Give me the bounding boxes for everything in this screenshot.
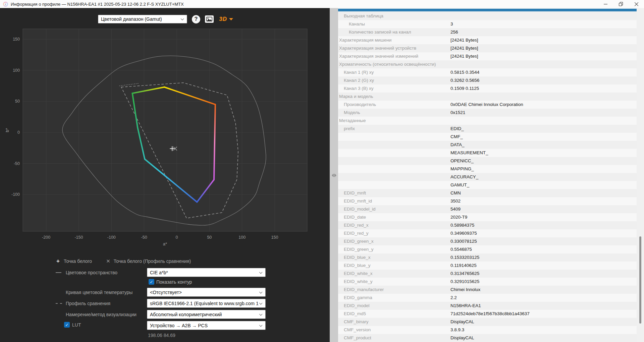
row-value: 0.5815 0.3544 (450, 70, 479, 75)
table-row[interactable]: Характеризация значений устройств[24241 … (338, 44, 637, 52)
lut-value: Устройство → A2B → PCS (150, 323, 208, 328)
table-row[interactable]: EDID_blue_x0.1533203125 (338, 253, 637, 262)
svg-text:150: 150 (271, 235, 278, 240)
lut-checkbox[interactable]: ✓ (64, 322, 70, 328)
row-value: 2020-T9 (450, 215, 467, 220)
row-value: MAPPING_ (450, 166, 474, 171)
row-value: 0.58984375 (450, 223, 474, 228)
table-row[interactable]: Канал 3 (B) xy0.1509 0.1125 (338, 84, 637, 93)
table-row[interactable]: EDID_green_y0.5546875 (338, 245, 637, 253)
row-label: Количество записей на канал (349, 30, 411, 35)
table-row[interactable]: CMF_binaryDisplayCAL (338, 318, 637, 326)
table-row[interactable]: EDID_mnftCMN (338, 189, 637, 197)
svg-text:-200: -200 (42, 235, 50, 240)
table-row[interactable]: Производитель0x0DAE Chimei Innolux Corpo… (338, 101, 637, 109)
row-value: OPENICC_ (450, 158, 474, 163)
status-coordinates: 198.06 84.69 (148, 333, 175, 338)
table-row[interactable]: CMF_ (338, 133, 637, 141)
comparison-profile-label: Профиль сравнения (66, 301, 110, 306)
gamut-plot-panel: -200-150-100-50050100150150100500-50-100… (0, 8, 330, 342)
table-row[interactable]: EDID_modelN156HRA-EA1 (338, 302, 637, 310)
temperature-curve-select[interactable]: <Отсутствует> (147, 288, 266, 297)
table-row[interactable]: DATA_ (338, 141, 637, 149)
selected-row-highlight[interactable] (338, 9, 637, 11)
row-value: 2.2 (450, 295, 457, 300)
comparison-profile-select[interactable]: sRGB IEC61966-2.1 (Equivalent to www.srg… (147, 299, 266, 308)
table-row[interactable]: Канал 1 (R) xy0.5815 0.3544 (338, 68, 637, 76)
row-value: 0.3134765625 (450, 271, 479, 276)
table-row[interactable]: Метаданные (338, 117, 637, 125)
table-row[interactable]: EDID_md571d2524deb78e1f567b38c8bb1a43637 (338, 310, 637, 318)
svg-text:-100: -100 (11, 192, 20, 197)
rendering-intent-select[interactable]: Абсолютный колориметрический (147, 310, 266, 319)
table-row[interactable]: EDID_date2020-T9 (338, 213, 637, 221)
row-label: EDID_model (344, 303, 370, 308)
table-row[interactable]: Хроматичность (относительно освещённости… (338, 60, 637, 68)
colorspace-value: CIE a*b* (150, 270, 168, 275)
row-label: CMF_version (344, 327, 371, 332)
table-row[interactable]: EDID_mnft_id3502 (338, 197, 637, 205)
table-row[interactable]: MEASUREMENT_ (338, 149, 637, 157)
table-row[interactable]: Марка и модель (338, 93, 637, 101)
table-row[interactable]: CMF_productDisplayCAL (338, 334, 637, 342)
colorspace-select[interactable]: CIE a*b* (147, 268, 266, 277)
table-row[interactable]: EDID_red_x0.58984375 (338, 221, 637, 229)
table-row[interactable]: GAMUT_ (338, 181, 637, 189)
close-icon (635, 2, 638, 6)
svg-text:a*: a* (163, 241, 167, 246)
table-row[interactable]: EDID_white_y0.3291015625 (338, 278, 637, 286)
solid-line-icon (56, 272, 61, 273)
row-label: Канал 1 (R) xy (344, 70, 374, 75)
row-label: EDID_mnft_id (344, 198, 372, 204)
restore-button[interactable] (613, 0, 629, 8)
table-row[interactable]: EDID_gamma2.2 (338, 294, 637, 302)
show-outline-checkbox[interactable]: ✓ (149, 279, 154, 285)
table-row[interactable]: EDID_red_y0.349609375 (338, 229, 637, 237)
row-value: 0.349609375 (450, 231, 477, 236)
comparison-profile-value: sRGB IEC61966-2.1 (Equivalent to www.srg… (150, 301, 259, 306)
row-label: EDID_date (344, 215, 366, 220)
save-image-icon[interactable] (205, 15, 214, 23)
comparison-cross-icon: ✕ (106, 258, 110, 264)
minimize-button[interactable] (598, 0, 613, 8)
row-value: Chimei Innolux (450, 287, 480, 292)
row-value: DisplayCAL (450, 319, 474, 324)
row-label: Производитель (344, 102, 376, 107)
row-value: GAMUT_ (450, 182, 469, 187)
minimize-icon (604, 2, 607, 6)
table-row[interactable]: Количество записей на канал256 (338, 28, 637, 36)
temperature-curve-value: <Отсутствует> (150, 290, 182, 295)
vertical-scrollbar[interactable] (637, 8, 644, 342)
row-value: 3 (450, 21, 453, 26)
help-icon[interactable]: ? (192, 15, 200, 23)
svg-text:0: 0 (176, 235, 178, 240)
title-bar: i Информация о профиле — N156HRA-EA1 #1 … (0, 0, 644, 8)
table-row[interactable]: EDID_green_x0.330078125 (338, 237, 637, 245)
close-button[interactable] (629, 0, 644, 8)
row-value: 256 (450, 30, 458, 35)
svg-text:-150: -150 (74, 235, 83, 240)
table-row[interactable]: EDID_model_id5409 (338, 205, 637, 213)
row-value: [24241 Bytes] (450, 46, 478, 51)
plot-type-select[interactable]: Цветовой диапазон (Gamut) (98, 15, 187, 23)
table-row[interactable]: Канал 2 (G) xy0.3262 0.5656 (338, 76, 637, 84)
table-row[interactable]: OPENICC_ (338, 157, 637, 165)
table-row[interactable]: EDID_white_x0.3134765625 (338, 270, 637, 278)
table-row[interactable]: Характеризация значений измерений[24241 … (338, 52, 637, 60)
table-row[interactable]: Модель0x1521 (338, 109, 637, 117)
table-row[interactable]: Каналы3 (338, 20, 637, 28)
temperature-curve-label: Кривая цветовой температуры (66, 290, 132, 295)
splitter-handle-icon[interactable] (331, 172, 337, 178)
table-row[interactable]: prefixEDID_ (338, 125, 637, 133)
table-row[interactable]: CMF_version3.8.9.3 (338, 326, 637, 334)
lut-select[interactable]: Устройство → A2B → PCS (147, 321, 266, 330)
table-row[interactable]: EDID_blue_y0.119140625 (338, 262, 637, 270)
table-row[interactable]: EDID_manufacturerChimei Innolux (338, 286, 637, 294)
scrollbar-thumb[interactable] (639, 236, 641, 324)
panel-splitter[interactable] (330, 8, 338, 342)
table-row[interactable]: ACCURACY_ (338, 173, 637, 181)
view-3d-button[interactable]: 3D (219, 16, 233, 22)
table-row[interactable]: Характеризация мишени[24241 Bytes] (338, 36, 637, 44)
table-row[interactable]: MAPPING_ (338, 165, 637, 173)
table-row[interactable]: Выходная таблица (338, 12, 637, 20)
